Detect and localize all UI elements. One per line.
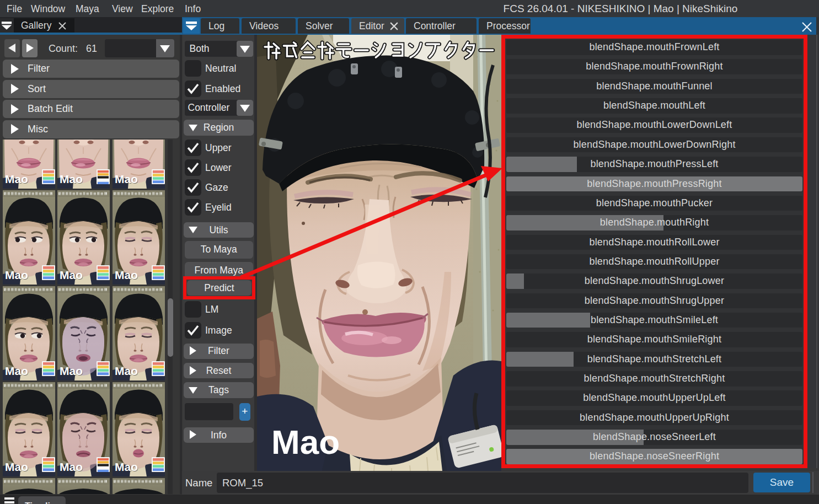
svg-text:Mao: Mao (271, 423, 340, 461)
